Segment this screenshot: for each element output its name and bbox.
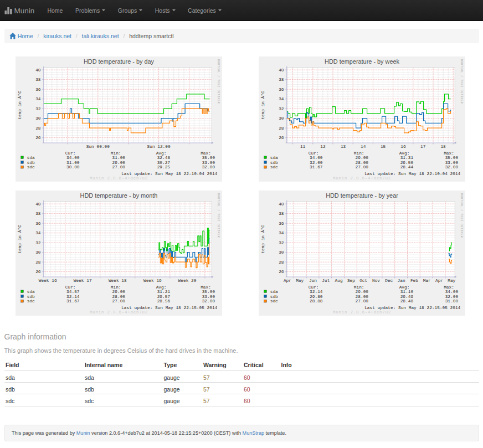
svg-text:Last update: Sun May 18 22:15:: Last update: Sun May 18 22:15:05 2014 — [121, 306, 217, 310]
svg-text:14: 14 — [361, 145, 367, 149]
svg-text:16: 16 — [401, 145, 407, 149]
svg-text:May: May — [296, 279, 304, 283]
svg-text:28: 28 — [35, 126, 41, 130]
svg-text:Sep: Sep — [347, 279, 355, 283]
svg-text:Week 20: Week 20 — [178, 279, 196, 283]
svg-text:26: 26 — [35, 136, 41, 140]
svg-text:31.00: 31.00 — [445, 299, 459, 303]
svg-text:34: 34 — [35, 97, 41, 101]
svg-text:30: 30 — [35, 250, 41, 255]
svg-text:Mar: Mar — [423, 279, 431, 283]
svg-text:29.00: 29.00 — [356, 290, 369, 294]
svg-text:40: 40 — [35, 202, 41, 207]
svg-text:Jul: Jul — [322, 279, 330, 283]
svg-text:HDD temperature - by month: HDD temperature - by month — [80, 192, 157, 199]
svg-text:15: 15 — [381, 145, 386, 149]
svg-text:32.00: 32.00 — [202, 165, 215, 169]
svg-text:May: May — [448, 279, 456, 283]
svg-text:HDD temperature - by week: HDD temperature - by week — [325, 58, 400, 65]
svg-text:40: 40 — [279, 202, 285, 207]
svg-text:36: 36 — [279, 87, 285, 91]
svg-text:38: 38 — [279, 78, 285, 82]
svg-text:38: 38 — [279, 212, 285, 216]
svg-text:33.00: 33.00 — [202, 160, 215, 164]
svg-text:temp in Â°C: temp in Â°C — [18, 90, 22, 119]
svg-text:RRDTOOL / TOBI OETIKER: RRDTOOL / TOBI OETIKER — [217, 193, 220, 238]
svg-text:12: 12 — [321, 145, 326, 149]
svg-text:28.56: 28.56 — [157, 299, 170, 303]
svg-text:sdb: sdb — [270, 295, 278, 299]
svg-text:11: 11 — [300, 145, 306, 149]
svg-text:34.00: 34.00 — [66, 155, 80, 159]
svg-text:36: 36 — [35, 87, 41, 91]
svg-text:27.00: 27.00 — [112, 299, 125, 303]
svg-text:29.25: 29.25 — [157, 165, 170, 169]
svg-text:28: 28 — [279, 126, 285, 130]
svg-text:28.44: 28.44 — [400, 165, 414, 169]
svg-text:31.67: 31.67 — [310, 165, 323, 169]
svg-text:33.00: 33.00 — [202, 295, 215, 299]
svg-text:28.00: 28.00 — [356, 295, 369, 299]
svg-text:33.00: 33.00 — [445, 160, 459, 164]
svg-text:Min:: Min: — [110, 151, 121, 155]
svg-text:Cur:: Cur: — [309, 151, 319, 155]
svg-text:HDD temperature - by year: HDD temperature - by year — [326, 192, 399, 199]
svg-text:Sun 12:00: Sun 12:00 — [147, 145, 170, 149]
svg-text:28: 28 — [279, 260, 285, 265]
svg-text:Munin 2.0.6-4+deb7u2: Munin 2.0.6-4+deb7u2 — [89, 176, 147, 181]
svg-text:Week 16: Week 16 — [38, 279, 56, 283]
svg-text:Max:: Max: — [201, 151, 211, 155]
svg-text:sdb: sdb — [27, 160, 34, 164]
svg-text:Week 18: Week 18 — [108, 279, 126, 283]
svg-text:40: 40 — [279, 68, 285, 72]
svg-text:29.80: 29.80 — [310, 295, 323, 299]
svg-text:29.57: 29.57 — [157, 295, 170, 299]
svg-text:Munin 2.0.6-4+deb7u2: Munin 2.0.6-4+deb7u2 — [333, 310, 391, 315]
svg-text:RRDTOOL / TOBI OETIKER: RRDTOOL / TOBI OETIKER — [460, 193, 464, 238]
svg-text:28: 28 — [35, 260, 41, 265]
svg-text:17: 17 — [421, 145, 427, 149]
svg-text:Last update: Sun May 18 22:15:: Last update: Sun May 18 22:15:05 2014 — [365, 306, 461, 310]
svg-text:27.00: 27.00 — [356, 165, 369, 169]
svg-text:RRDTOOL / TOBI OETIKER: RRDTOOL / TOBI OETIKER — [217, 59, 220, 104]
svg-text:Max:: Max: — [201, 285, 211, 290]
svg-text:26: 26 — [279, 270, 285, 274]
svg-text:31.21: 31.21 — [157, 290, 170, 294]
svg-text:Cur:: Cur: — [65, 285, 75, 290]
svg-text:35.00: 35.00 — [202, 290, 215, 294]
svg-text:Avg:: Avg: — [399, 285, 410, 290]
svg-text:30: 30 — [35, 116, 41, 121]
svg-text:28.88: 28.88 — [310, 299, 323, 303]
svg-text:27.00: 27.00 — [356, 299, 369, 303]
svg-text:Avg:: Avg: — [156, 151, 166, 155]
svg-text:28.48: 28.48 — [400, 299, 414, 303]
svg-text:34.00: 34.00 — [445, 290, 459, 294]
svg-text:32.00: 32.00 — [202, 299, 215, 303]
svg-text:sda: sda — [270, 155, 278, 159]
svg-text:29.00: 29.00 — [112, 160, 125, 164]
svg-text:Jan: Jan — [398, 279, 405, 283]
svg-text:temp in Â°C: temp in Â°C — [261, 225, 266, 254]
svg-text:sdb: sdb — [27, 295, 34, 299]
svg-text:sdc: sdc — [27, 299, 34, 303]
svg-text:Apr: Apr — [435, 279, 443, 283]
svg-text:32.00: 32.00 — [445, 295, 459, 299]
svg-text:30: 30 — [279, 116, 285, 121]
svg-text:Sun 00:00: Sun 00:00 — [86, 145, 109, 149]
svg-text:sda: sda — [27, 290, 34, 294]
svg-text:Min:: Min: — [354, 151, 364, 155]
svg-text:32: 32 — [279, 241, 285, 245]
svg-text:RRDTOOL / TOBI OETIKER: RRDTOOL / TOBI OETIKER — [460, 59, 464, 104]
svg-text:32.48: 32.48 — [157, 155, 170, 159]
svg-text:34: 34 — [35, 231, 41, 235]
svg-text:Nov: Nov — [372, 279, 380, 283]
svg-text:30.27: 30.27 — [157, 160, 170, 164]
svg-text:32.00: 32.00 — [310, 160, 323, 164]
svg-text:38: 38 — [35, 78, 41, 82]
svg-text:sdb: sdb — [270, 160, 278, 164]
svg-text:Munin 2.0.6-4+deb7u2: Munin 2.0.6-4+deb7u2 — [89, 310, 147, 315]
svg-text:Cur:: Cur: — [309, 285, 319, 290]
svg-text:Dec: Dec — [386, 279, 393, 283]
svg-text:34.00: 34.00 — [310, 155, 323, 159]
svg-text:36: 36 — [279, 222, 285, 226]
